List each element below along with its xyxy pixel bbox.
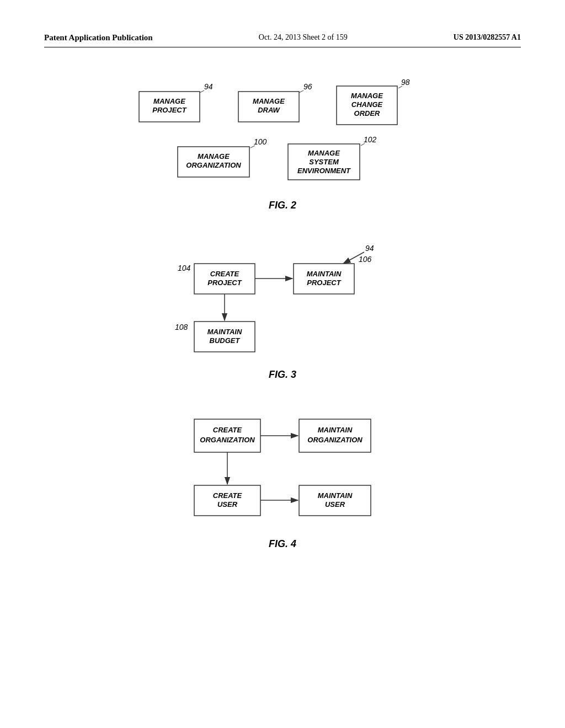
svg-text:CHANGE: CHANGE bbox=[351, 100, 383, 109]
svg-line-9 bbox=[299, 90, 303, 93]
svg-text:MAINTAIN: MAINTAIN bbox=[318, 426, 353, 434]
publication-number: US 2013/0282557 A1 bbox=[454, 33, 521, 42]
svg-line-26 bbox=[361, 143, 365, 146]
svg-text:PROJECT: PROJECT bbox=[307, 279, 341, 287]
svg-text:CREATE: CREATE bbox=[213, 426, 242, 434]
figure-4-container: CREATE ORGANIZATION MAINTAIN ORGANIZATIO… bbox=[44, 408, 521, 550]
svg-text:PROJECT: PROJECT bbox=[152, 106, 186, 114]
svg-text:ORDER: ORDER bbox=[354, 109, 381, 117]
figure-4-diagram: CREATE ORGANIZATION MAINTAIN ORGANIZATIO… bbox=[167, 408, 398, 529]
svg-text:MANAGE: MANAGE bbox=[308, 149, 340, 157]
svg-text:BUDGET: BUDGET bbox=[210, 336, 241, 345]
svg-text:100: 100 bbox=[254, 137, 267, 146]
svg-text:94: 94 bbox=[365, 244, 374, 253]
svg-text:PROJECT: PROJECT bbox=[207, 279, 242, 287]
svg-line-4 bbox=[200, 90, 204, 93]
publication-title: Patent Application Publication bbox=[44, 33, 153, 42]
figure-4-label: FIG. 4 bbox=[269, 538, 296, 550]
figure-2-container: MANAGE PROJECT 94 MANAGE DRAW 96 MANAGE … bbox=[44, 81, 521, 211]
svg-text:DRAW: DRAW bbox=[258, 106, 280, 114]
svg-text:CREATE: CREATE bbox=[210, 270, 239, 278]
svg-text:MANAGE: MANAGE bbox=[198, 152, 230, 160]
svg-line-20 bbox=[250, 146, 255, 148]
figure-4-svg: CREATE ORGANIZATION MAINTAIN ORGANIZATIO… bbox=[167, 408, 398, 529]
figure-3-svg: 94 CREATE PROJECT 104 MAINTAIN PROJECT 1… bbox=[167, 239, 398, 360]
svg-text:ENVIRONMENT: ENVIRONMENT bbox=[297, 167, 351, 175]
publication-date-sheet: Oct. 24, 2013 Sheet 2 of 159 bbox=[259, 33, 348, 42]
figure-2-svg: MANAGE PROJECT 94 MANAGE DRAW 96 MANAGE … bbox=[122, 81, 443, 191]
svg-text:94: 94 bbox=[204, 82, 213, 91]
svg-text:MAINTAIN: MAINTAIN bbox=[318, 491, 353, 500]
page: Patent Application Publication Oct. 24, … bbox=[0, 0, 565, 728]
svg-text:102: 102 bbox=[364, 135, 377, 144]
svg-text:ORGANIZATION: ORGANIZATION bbox=[307, 436, 363, 444]
svg-text:104: 104 bbox=[178, 264, 191, 272]
svg-text:SYSTEM: SYSTEM bbox=[309, 158, 339, 166]
svg-text:106: 106 bbox=[359, 255, 372, 264]
svg-text:USER: USER bbox=[325, 500, 345, 508]
svg-line-15 bbox=[398, 86, 402, 88]
svg-text:MANAGE: MANAGE bbox=[253, 97, 285, 105]
svg-text:MAINTAIN: MAINTAIN bbox=[307, 270, 342, 278]
figure-2-diagram: MANAGE PROJECT 94 MANAGE DRAW 96 MANAGE … bbox=[122, 81, 443, 191]
svg-text:96: 96 bbox=[303, 82, 312, 91]
svg-text:USER: USER bbox=[217, 500, 238, 508]
svg-text:98: 98 bbox=[401, 78, 410, 87]
svg-text:CREATE: CREATE bbox=[213, 491, 242, 500]
figure-3-diagram: 94 CREATE PROJECT 104 MAINTAIN PROJECT 1… bbox=[167, 239, 398, 360]
svg-text:ORGANIZATION: ORGANIZATION bbox=[200, 436, 255, 444]
svg-text:MANAGE: MANAGE bbox=[153, 97, 185, 105]
svg-text:ORGANIZATION: ORGANIZATION bbox=[186, 161, 241, 169]
svg-text:108: 108 bbox=[175, 323, 188, 331]
svg-text:MANAGE: MANAGE bbox=[351, 92, 383, 100]
figure-3-label: FIG. 3 bbox=[269, 369, 296, 381]
figure-3-container: 94 CREATE PROJECT 104 MAINTAIN PROJECT 1… bbox=[44, 239, 521, 381]
page-header: Patent Application Publication Oct. 24, … bbox=[44, 33, 521, 47]
figure-2-label: FIG. 2 bbox=[269, 200, 296, 211]
svg-text:MAINTAIN: MAINTAIN bbox=[207, 328, 242, 336]
